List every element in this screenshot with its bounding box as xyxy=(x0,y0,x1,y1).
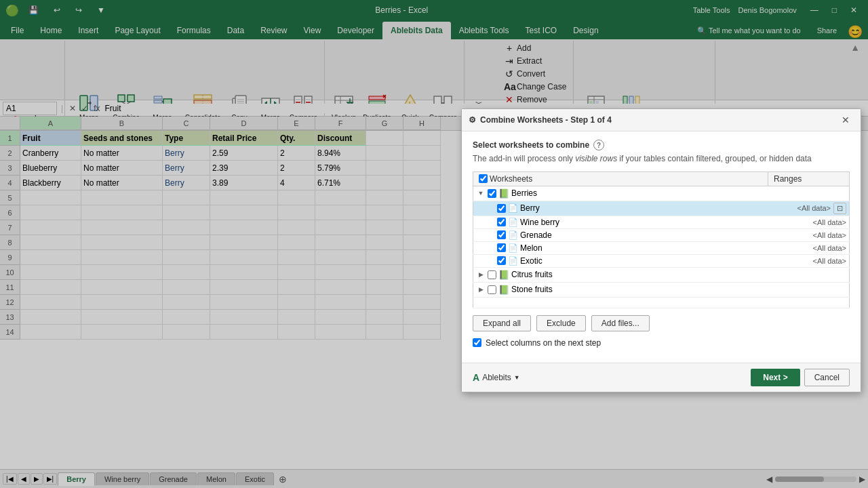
berry-range-button[interactable]: ⊡ xyxy=(833,203,846,214)
wine-berry-range-cell: <All data> xyxy=(768,216,850,228)
ablebits-brand-label: Ablebits xyxy=(482,373,511,382)
grenade-range-cell: <All data> xyxy=(768,228,850,241)
empty-row xyxy=(473,297,850,308)
modal-info-text: The add-in will process only visible row… xyxy=(473,153,850,165)
sheet-row-berry[interactable]: ▶ 📄 Berry <All data> ⊡ xyxy=(473,201,850,216)
wine-berry-sheet-icon: 📄 xyxy=(508,218,518,227)
modal-actions: Expand all Exclude Add files... xyxy=(473,315,850,331)
berries-range-cell xyxy=(768,186,850,201)
info-italic-text: visible rows xyxy=(575,154,617,163)
worksheet-tree-table: Worksheets Ranges ▼ 📗 xyxy=(473,171,850,308)
modal-titlebar: ⚙ Combine Worksheets - Step 1 of 4 ✕ xyxy=(462,109,861,131)
info-text-static: The add-in will process only xyxy=(473,154,573,163)
berry-range-value: <All data> xyxy=(797,204,831,212)
workbook-row-stone: ▶ 📗 Stone fruits xyxy=(473,282,850,297)
stone-workbook-label: Stone fruits xyxy=(511,285,553,294)
sheet-row-wine-berry[interactable]: ▶ 📄 Wine berry <All data> xyxy=(473,216,850,228)
citrus-workbook-label: Citrus fruits xyxy=(511,270,553,279)
worksheets-col-label: Worksheets xyxy=(490,174,532,184)
modal-body: Select worksheets to combine ? The add-i… xyxy=(462,131,861,363)
berry-sheet-label: Berry xyxy=(520,203,540,213)
select-all-checkbox[interactable] xyxy=(479,174,488,183)
stone-workbook-icon: 📗 xyxy=(498,285,509,295)
berries-checkbox[interactable] xyxy=(488,189,496,198)
exotic-range-cell: <All data> xyxy=(768,254,850,267)
berries-workbook-label: Berries xyxy=(511,188,537,198)
select-columns-checkbox-row: Select columns on the next step xyxy=(473,338,850,348)
exclude-button[interactable]: Exclude xyxy=(536,315,586,331)
stone-range-cell xyxy=(768,282,850,297)
citrus-range-cell xyxy=(768,267,850,282)
wine-berry-sheet-label: Wine berry xyxy=(520,218,559,227)
sheet-row-grenade[interactable]: ▶ 📄 Grenade <All data> xyxy=(473,228,850,241)
modal-title: ⚙ Combine Worksheets - Step 1 of 4 xyxy=(469,115,612,125)
ranges-col-header: Ranges xyxy=(768,171,850,186)
expand-all-button[interactable]: Expand all xyxy=(473,315,531,331)
modal-section-title: Select worksheets to combine ? xyxy=(473,140,850,150)
melon-checkbox[interactable] xyxy=(497,243,506,252)
select-columns-checkbox[interactable] xyxy=(473,338,481,347)
next-button[interactable]: Next > xyxy=(751,369,800,386)
berries-toggle[interactable]: ▼ xyxy=(476,188,486,198)
citrus-workbook-icon: 📗 xyxy=(498,270,509,280)
citrus-toggle[interactable]: ▶ xyxy=(476,270,486,279)
section-title-text: Select worksheets to combine xyxy=(473,140,589,150)
melon-sheet-label: Melon xyxy=(520,243,542,253)
cancel-button[interactable]: Cancel xyxy=(804,369,850,386)
berry-range-cell: <All data> ⊡ xyxy=(768,201,850,216)
modal-title-text: Combine Worksheets - Step 1 of 4 xyxy=(480,115,612,125)
workbook-row-berries: ▼ 📗 Berries xyxy=(473,186,850,201)
grenade-checkbox[interactable] xyxy=(497,230,506,239)
ablebits-brand[interactable]: A Ablebits ▼ xyxy=(473,372,520,383)
stone-toggle[interactable]: ▶ xyxy=(476,285,486,294)
modal-footer: A Ablebits ▼ Next > Cancel xyxy=(462,363,861,392)
wine-berry-checkbox[interactable] xyxy=(497,218,506,226)
select-columns-label: Select columns on the next step xyxy=(486,338,601,348)
berry-sheet-icon: 📄 xyxy=(508,203,518,213)
modal-close-button[interactable]: ✕ xyxy=(837,113,854,127)
info-text-static2: if your tables contain filtered, grouped… xyxy=(619,154,812,163)
melon-sheet-icon: 📄 xyxy=(508,243,518,253)
footer-buttons: Next > Cancel xyxy=(751,369,850,386)
worksheets-col-header: Worksheets xyxy=(473,171,768,186)
modal-overlay: ⚙ Combine Worksheets - Step 1 of 4 ✕ Sel… xyxy=(0,0,868,488)
citrus-checkbox[interactable] xyxy=(488,270,496,279)
exotic-sheet-label: Exotic xyxy=(520,256,542,266)
ablebits-logo-icon: A xyxy=(473,372,479,383)
stone-checkbox[interactable] xyxy=(488,285,496,294)
section-help-icon[interactable]: ? xyxy=(593,140,604,150)
grenade-sheet-icon: 📄 xyxy=(508,230,518,240)
sheet-row-melon[interactable]: ▶ 📄 Melon <All data> xyxy=(473,241,850,254)
berries-workbook-icon: 📗 xyxy=(498,188,509,199)
workbook-row-citrus: ▶ 📗 Citrus fruits xyxy=(473,267,850,282)
exotic-checkbox[interactable] xyxy=(497,256,506,265)
modal-title-icon: ⚙ xyxy=(469,115,476,125)
combine-worksheets-modal: ⚙ Combine Worksheets - Step 1 of 4 ✕ Sel… xyxy=(461,108,861,392)
add-files-button[interactable]: Add files... xyxy=(591,315,650,331)
brand-dropdown-icon: ▼ xyxy=(514,374,520,381)
berry-checkbox[interactable] xyxy=(497,204,506,213)
sheet-row-exotic[interactable]: ▶ 📄 Exotic <All data> xyxy=(473,254,850,267)
exotic-sheet-icon: 📄 xyxy=(508,256,518,266)
grenade-sheet-label: Grenade xyxy=(520,230,552,240)
melon-range-cell: <All data> xyxy=(768,241,850,254)
